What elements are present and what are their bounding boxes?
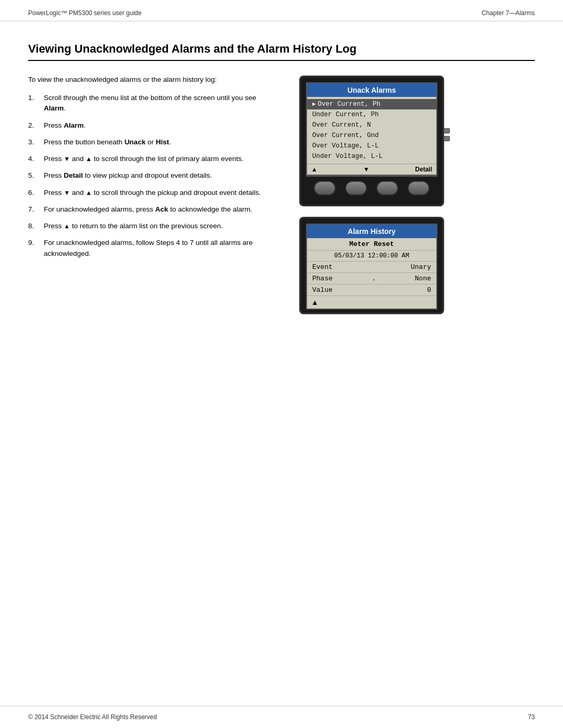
unack-item-2: Over Current, N (307, 120, 436, 130)
side-btn-1 (444, 128, 450, 133)
footer-up-icon: ▲ (311, 166, 317, 173)
step-7: 7. For unacknowledged alarms, press Ack … (28, 204, 278, 215)
hardware-buttons-row (306, 176, 437, 200)
step-8-up-icon: ▲ (64, 223, 70, 230)
text-column: To view the unacknowledged alarms or the… (28, 76, 278, 265)
step-9: 9. For unacknowledged alarms, follow Ste… (28, 238, 278, 259)
intro-text: To view the unacknowledged alarms or the… (28, 76, 278, 83)
step-2-text: Press Alarm. (44, 120, 278, 131)
step-4-text: Press ▼ and ▲ to scroll through the list… (44, 154, 278, 164)
step-2-num: 2. (28, 120, 40, 131)
alarm-history-row-phase: Phase . None (307, 273, 436, 284)
step-2: 2. Press Alarm. (28, 120, 278, 131)
value-label: Value (312, 286, 333, 294)
unack-item-5-text: Under Voltage, L-L (312, 153, 383, 160)
page-content: Viewing Unacknowledged Alarms and the Al… (0, 21, 563, 335)
step-5: 5. Press Detail to view pickup and dropo… (28, 170, 278, 181)
side-strip (444, 128, 450, 141)
event-label: Event (312, 263, 333, 271)
value-value: 0 (427, 286, 431, 294)
step-5-bold: Detail (64, 171, 83, 179)
unack-item-2-text: Over Current, N (312, 121, 371, 129)
alarm-history-row-value: Value 0 (307, 284, 436, 295)
header-right: Chapter 7—Alarms (482, 9, 535, 17)
unack-item-0-text: Over Current, Ph (318, 101, 381, 108)
ah-footer-up-icon: ▲ (311, 298, 319, 306)
step-6-num: 6. (28, 188, 40, 198)
step-2-bold: Alarm (64, 121, 83, 129)
step-6-up-icon: ▲ (85, 189, 92, 196)
unack-screen-title: Unack Alarms (307, 83, 436, 97)
unack-item-3-text: Over Current, Gnd (312, 132, 379, 139)
step-1-text: Scroll through the menu list at the bott… (44, 93, 278, 114)
alarm-history-subtitle: Meter Reset (307, 238, 436, 251)
step-3-text: Press the button beneath Unack or Hist. (44, 137, 278, 147)
step-7-bold: Ack (155, 205, 168, 213)
alarm-history-device-frame: Alarm History Meter Reset 05/03/13 12:00… (299, 217, 444, 314)
footer-copyright: © 2014 Schneider Electric All Rights Res… (28, 713, 157, 721)
footer-detail-label: Detail (415, 166, 432, 173)
step-3-bold1: Unack (125, 138, 146, 146)
step-3-num: 3. (28, 137, 40, 147)
alarm-history-row-event: Event Unary (307, 261, 436, 273)
content-layout: To view the unacknowledged alarms or the… (28, 76, 535, 314)
step-3-bold2: Hist (156, 138, 169, 146)
page-footer: © 2014 Schneider Electric All Rights Res… (0, 706, 563, 728)
step-6-text: Press ▼ and ▲ to scroll through the pick… (44, 188, 278, 198)
step-1-num: 1. (28, 93, 40, 114)
step-4-up-icon: ▲ (85, 155, 92, 163)
step-8-num: 8. (28, 221, 40, 231)
phase-label: Phase (312, 275, 333, 282)
step-7-text: For unacknowledged alarms, press Ack to … (44, 204, 278, 215)
header-left: PowerLogic™ PM5300 series user guide (28, 9, 141, 17)
step-3: 3. Press the button beneath Unack or His… (28, 137, 278, 147)
section-title: Viewing Unacknowledged Alarms and the Al… (28, 42, 535, 61)
alarm-history-footer: ▲ (307, 295, 436, 309)
steps-list: 1. Scroll through the menu list at the b… (28, 93, 278, 259)
step-1: 1. Scroll through the menu list at the b… (28, 93, 278, 114)
unack-item-1: Under Current, Ph (307, 109, 436, 120)
unack-item-3: Over Current, Gnd (307, 130, 436, 141)
step-7-num: 7. (28, 204, 40, 215)
hw-button-2[interactable] (345, 181, 367, 195)
screens-column: Unack Alarms ► Over Current, Ph Under Cu… (299, 76, 445, 314)
step-9-num: 9. (28, 238, 40, 259)
side-btn-2 (444, 136, 450, 141)
selected-arrow-icon: ► (312, 101, 316, 107)
footer-page-number: 73 (528, 713, 535, 721)
event-value: Unary (411, 263, 431, 271)
step-4-down-icon: ▼ (64, 155, 70, 163)
unack-item-4-text: Over Voltage, L-L (312, 142, 379, 150)
unack-screen-footer: ▲ ▼ Detail (307, 164, 436, 175)
step-6: 6. Press ▼ and ▲ to scroll through the p… (28, 188, 278, 198)
hw-button-3[interactable] (376, 181, 398, 195)
step-9-text: For unacknowledged alarms, follow Steps … (44, 238, 278, 259)
hw-button-1[interactable] (314, 181, 336, 195)
step-4: 4. Press ▼ and ▲ to scroll through the l… (28, 154, 278, 164)
alarm-history-screen: Alarm History Meter Reset 05/03/13 12:00… (306, 224, 437, 310)
alarm-history-datetime: 05/03/13 12:00:00 AM (307, 251, 436, 261)
step-8: 8. Press ▲ to return to the alarm list o… (28, 221, 278, 231)
unack-item-0: ► Over Current, Ph (307, 99, 436, 109)
step-5-text: Press Detail to view pickup and dropout … (44, 170, 278, 181)
unack-item-4: Over Voltage, L-L (307, 141, 436, 151)
footer-down-icon: ▼ (363, 166, 370, 173)
unack-screen: Unack Alarms ► Over Current, Ph Under Cu… (306, 82, 437, 176)
phase-separator: . (333, 275, 415, 282)
page-header: PowerLogic™ PM5300 series user guide Cha… (0, 0, 563, 21)
step-5-num: 5. (28, 170, 40, 181)
unack-screen-list: ► Over Current, Ph Under Current, Ph Ove… (307, 97, 436, 164)
alarm-history-title: Alarm History (307, 225, 436, 238)
hw-button-4[interactable] (408, 181, 430, 195)
unack-item-1-text: Under Current, Ph (312, 111, 379, 118)
phase-value: None (415, 275, 431, 282)
step-6-down-icon: ▼ (64, 189, 70, 196)
step-1-bold: Alarm (44, 104, 64, 112)
unack-item-5: Under Voltage, L-L (307, 151, 436, 162)
step-4-num: 4. (28, 154, 40, 164)
step-8-text: Press ▲ to return to the alarm list on t… (44, 221, 278, 231)
unack-device-frame: Unack Alarms ► Over Current, Ph Under Cu… (299, 76, 444, 206)
